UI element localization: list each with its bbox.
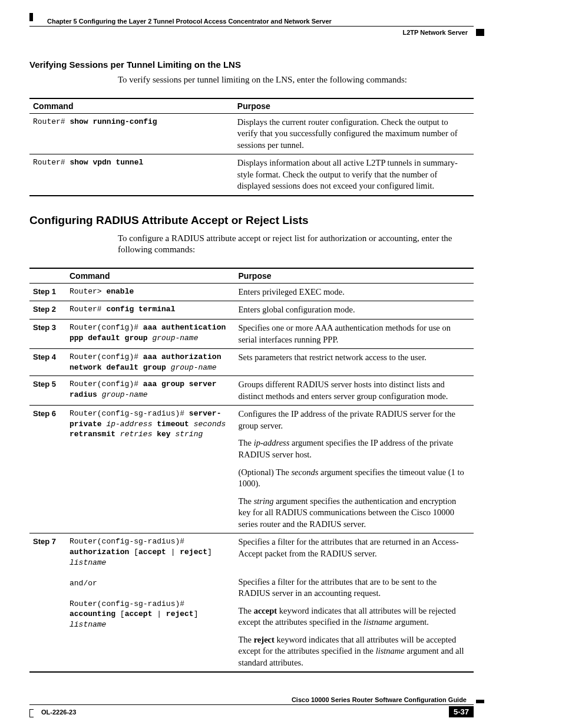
- col-purpose: Purpose: [235, 268, 474, 284]
- command-cell: Router(config-sg-radius)# authorization …: [66, 533, 235, 673]
- command-cell: Router(config)# aaa authorization networ…: [66, 349, 235, 376]
- col-command: Command: [29, 98, 234, 114]
- section2-title: Configuring RADIUS Attribute Accept or R…: [29, 214, 474, 227]
- step-label: Step 2: [29, 301, 66, 319]
- col-command: Command: [66, 268, 235, 284]
- step-label: Step 5: [29, 376, 66, 406]
- footer-docnum: OL-2226-23: [29, 709, 76, 716]
- table-row: Step 3Router(config)# aaa authentication…: [29, 319, 474, 349]
- step-label: Step 4: [29, 349, 66, 376]
- table-row: Step 4Router(config)# aaa authorization …: [29, 349, 474, 376]
- step-label: Step 7: [29, 533, 66, 673]
- col-step: [29, 268, 66, 284]
- purpose-cell: Groups different RADIUS server hosts int…: [235, 376, 474, 406]
- section1-intro: To verify sessions per tunnel limiting o…: [118, 74, 474, 86]
- section-name: L2TP Network Server: [403, 29, 468, 36]
- purpose-cell: Displays information about all active L2…: [234, 154, 474, 196]
- table-row: Step 1Router> enableEnters privileged EX…: [29, 283, 474, 301]
- command-cell: Router# show vpdn tunnel: [29, 154, 234, 196]
- section2-intro: To configure a RADIUS attribute accept o…: [118, 233, 474, 256]
- table-row: Step 5Router(config)# aaa group server r…: [29, 376, 474, 406]
- purpose-cell: Configures the IP address of the private…: [235, 406, 474, 533]
- table-row: Step 2Router# config terminalEnters glob…: [29, 301, 474, 319]
- step-label: Step 6: [29, 406, 66, 533]
- step-label: Step 1: [29, 283, 66, 301]
- purpose-cell: Enters privileged EXEC mode.: [235, 283, 474, 301]
- purpose-cell: Specifies one or more AAA authentication…: [235, 319, 474, 349]
- purpose-cell: Sets parameters that restrict network ac…: [235, 349, 474, 376]
- command-cell: Router(config)# aaa group server radius …: [66, 376, 235, 406]
- command-cell: Router(config)# aaa authentication ppp d…: [66, 319, 235, 349]
- footer-guide: Cisco 10000 Series Router Software Confi…: [29, 696, 474, 705]
- command-cell: Router> enable: [66, 283, 235, 301]
- chapter-title: Chapter 5 Configuring the Layer 2 Tunnel…: [29, 18, 474, 25]
- footer-page: 5-37: [449, 706, 474, 717]
- table-row: Step 7Router(config-sg-radius)# authoriz…: [29, 533, 474, 673]
- section-header: L2TP Network Server: [29, 29, 474, 36]
- footer-left-mark: [29, 709, 34, 717]
- table-row: Router# show vpdn tunnelDisplays informa…: [29, 154, 474, 196]
- footer-right-mark: [476, 700, 484, 703]
- purpose-cell: Enters global configuration mode.: [235, 301, 474, 319]
- table-row: Step 6Router(config-sg-radius)# server-p…: [29, 406, 474, 533]
- page-footer: Cisco 10000 Series Router Software Confi…: [29, 696, 474, 717]
- section1-title: Verifying Sessions per Tunnel Limiting o…: [29, 60, 474, 70]
- page-header: Chapter 5 Configuring the Layer 2 Tunnel…: [29, 18, 474, 27]
- configure-steps-table: Command Purpose Step 1Router> enableEnte…: [29, 268, 474, 673]
- command-cell: Router# config terminal: [66, 301, 235, 319]
- purpose-cell: Specifies a filter for the attributes th…: [235, 533, 474, 673]
- step-label: Step 3: [29, 319, 66, 349]
- verify-commands-table: Command Purpose Router# show running-con…: [29, 98, 474, 196]
- header-left-mark: [29, 13, 33, 21]
- command-cell: Router# show running-config: [29, 113, 234, 154]
- header-right-mark: [476, 29, 484, 36]
- table-row: Router# show running-configDisplays the …: [29, 113, 474, 154]
- col-purpose: Purpose: [234, 98, 474, 114]
- command-cell: Router(config-sg-radius)# server-private…: [66, 406, 235, 533]
- purpose-cell: Displays the current router configuratio…: [234, 113, 474, 154]
